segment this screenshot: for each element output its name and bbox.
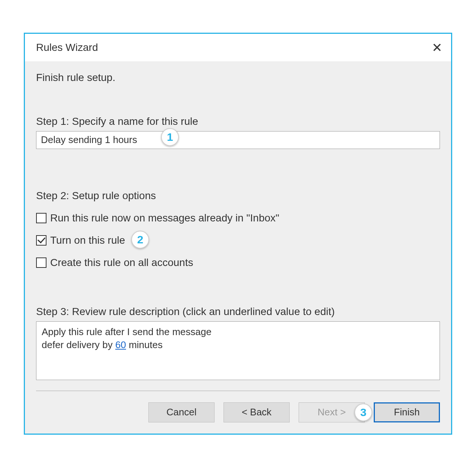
rule-name-input[interactable] — [36, 131, 440, 149]
button-row: Cancel < Back Next > Finish 3 — [36, 402, 440, 422]
option-turn-on-row[interactable]: Turn on this rule 2 — [36, 234, 440, 246]
rule-description-line1: Apply this rule after I send the message — [42, 325, 434, 338]
rule-description-line2: defer delivery by 60 minutes — [42, 338, 434, 351]
option-turn-on-label: Turn on this rule — [50, 234, 125, 246]
titlebar: Rules Wizard ✕ — [25, 34, 451, 61]
checkbox-icon[interactable] — [36, 213, 46, 223]
rule-description-box: Apply this rule after I send the message… — [36, 321, 440, 380]
step2-label: Step 2: Setup rule options — [36, 190, 440, 202]
finish-button[interactable]: Finish — [374, 402, 440, 422]
option-all-accounts-label: Create this rule on all accounts — [50, 257, 193, 269]
callout-badge-1: 1 — [161, 128, 179, 146]
callout-badge-3: 3 — [354, 403, 372, 421]
callout-badge-2: 2 — [131, 231, 149, 249]
defer-minutes-link[interactable]: 60 — [115, 339, 126, 350]
checkbox-icon[interactable] — [36, 257, 46, 268]
dialog-content: Finish rule setup. Step 1: Specify a nam… — [25, 61, 451, 434]
option-all-accounts-row[interactable]: Create this rule on all accounts — [36, 257, 440, 269]
step3-block: Step 3: Review rule description (click a… — [36, 306, 440, 380]
rule-description-suffix: minutes — [126, 339, 163, 350]
step2-block: Step 2: Setup rule options Run this rule… — [36, 190, 440, 269]
dialog-title: Rules Wizard — [36, 42, 98, 53]
rule-name-input-wrap: 1 — [36, 131, 440, 149]
option-run-now-row[interactable]: Run this rule now on messages already in… — [36, 212, 440, 224]
step1-label: Step 1: Specify a name for this rule — [36, 116, 440, 127]
back-button[interactable]: < Back — [223, 402, 290, 422]
option-run-now-label: Run this rule now on messages already in… — [50, 212, 279, 224]
rules-wizard-dialog: Rules Wizard ✕ Finish rule setup. Step 1… — [24, 33, 452, 435]
close-icon[interactable]: ✕ — [432, 41, 442, 54]
rule-description-prefix: defer delivery by — [42, 339, 115, 350]
separator — [36, 390, 440, 391]
dialog-subtitle: Finish rule setup. — [36, 72, 440, 84]
step3-label: Step 3: Review rule description (click a… — [36, 306, 440, 318]
cancel-button[interactable]: Cancel — [148, 402, 215, 422]
checkbox-checked-icon[interactable] — [36, 235, 46, 246]
